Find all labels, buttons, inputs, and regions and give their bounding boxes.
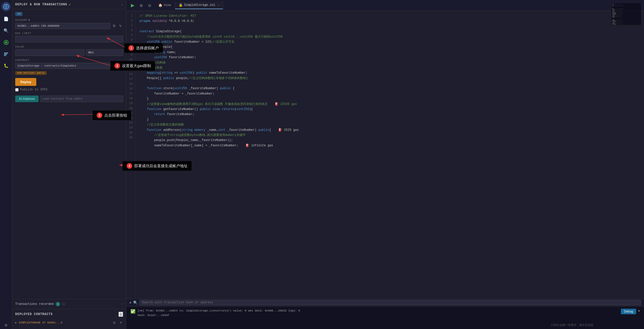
copy-contract-btn[interactable]: ⧉	[112, 320, 116, 325]
line-num: 3	[128, 23, 133, 28]
editor-toolbar: ▶ ⊕ ⊖ 🏠 Home 🔒 SimpleStorage.sol ✕	[126, 0, 644, 11]
deployed-section: Deployed Contracts 🗑 ▶ SIMPLESTORAGE AT …	[12, 309, 126, 329]
footer-credit: CSDN @微一世繁华，颠半世流琉	[551, 323, 593, 327]
transactions-arrow: ›	[121, 302, 123, 306]
code-line	[140, 81, 640, 86]
log-line2: hash: 0x2a7...c036f	[138, 313, 300, 318]
contract-instance-name: SIMPLESTORAGE AT 0XD91...3	[19, 321, 110, 324]
line-num: 8	[128, 48, 133, 52]
tab-home[interactable]: 🏠 Home	[155, 2, 175, 9]
deploy-button[interactable]: Deploy	[15, 78, 36, 86]
code-content[interactable]: // SPDX-License-Identifier: MITpragma so…	[135, 11, 644, 299]
thumbnail: ██ SPDX-License... ██ pragma solidity...…	[611, 3, 641, 25]
code-line: // SPDX-License-Identifier: MIT	[140, 13, 640, 19]
line-num: 4	[128, 28, 133, 33]
code-line: People[] public people;//定义结构体数组(存储多个结构体…	[140, 76, 640, 81]
search-input[interactable]	[140, 300, 641, 305]
code-line: nameToFavoriteNumber[_name] = _favoriteN…	[140, 143, 640, 148]
run-button[interactable]: ▶	[129, 2, 136, 9]
log-content: [vm] from: 0x5B3...eddC4 to: SimpleStora…	[138, 309, 300, 318]
remove-contract-btn[interactable]: ✕	[118, 320, 123, 325]
add-account-icon[interactable]: ℹ	[29, 19, 30, 22]
nav-icon-search[interactable]: 🔍	[2, 27, 10, 35]
line-num: 12	[128, 67, 133, 72]
terminal-expand-icon[interactable]: ▲	[129, 301, 131, 304]
expand-log-icon[interactable]: ▼	[638, 309, 640, 314]
code-line: function getFavoriteNumber() public view…	[140, 107, 640, 112]
sidebar-header: DEPLOY & RUN TRANSACTIONS ✔ ›	[12, 0, 126, 9]
line-num: 19	[128, 101, 133, 106]
value-row: 0 Wei Gwei Finney Ether	[15, 49, 123, 56]
info-icon[interactable]: ⓘ	[62, 302, 65, 306]
line-num: 9	[128, 53, 133, 57]
app-logo	[2, 2, 11, 11]
contract-chevron-icon[interactable]: ▶	[15, 321, 17, 324]
terminal-toolbar: ▲ 🔍	[126, 299, 644, 307]
arrow-icon: ›	[121, 3, 123, 7]
nav-icon-debug[interactable]: 🐛	[2, 62, 10, 70]
wei-select[interactable]: Wei Gwei Finney Ether	[86, 49, 123, 56]
clear-contracts-btn[interactable]: 🗑	[118, 312, 123, 317]
deployed-title: Deployed Contracts	[15, 312, 53, 316]
line-num: 2	[128, 18, 133, 23]
deployed-header: Deployed Contracts 🗑	[15, 312, 123, 317]
search-icon: 🔍	[133, 301, 138, 305]
file-icon: 🔒	[179, 3, 183, 7]
code-line: favoriteNumber = _favoriteNumber;	[140, 91, 640, 96]
line-num: 14	[128, 77, 133, 82]
tab-bar: 🏠 Home 🔒 SimpleStorage.sol ✕	[155, 2, 223, 9]
close-tab-icon[interactable]: ✕	[218, 4, 219, 7]
check-icon: ✔	[69, 3, 71, 7]
contract-select[interactable]: SimpleStorage - contracts/SimpleSto	[15, 63, 123, 69]
at-address-button[interactable]: At Address	[15, 96, 39, 102]
account-select[interactable]: 0x5B3...eddC4 (99.9999999	[15, 23, 110, 29]
gas-limit-input[interactable]: 3000000	[15, 36, 123, 42]
terminal-log: ✅ [vm] from: 0x5B3...eddC4 to: SimpleSto…	[126, 307, 644, 320]
line-num: 26	[128, 135, 133, 140]
line-num: 16	[128, 87, 133, 91]
nav-icon-transactions[interactable]	[2, 50, 10, 58]
edit-account-btn[interactable]: ✎	[118, 23, 123, 29]
line-num: 15	[128, 82, 133, 87]
account-row: 0x5B3...eddC4 (99.9999999 ⧉ ✎	[15, 23, 123, 29]
code-line	[140, 24, 640, 29]
line-num: 1	[128, 13, 133, 18]
line-num: 18	[128, 96, 133, 101]
load-address-input[interactable]	[40, 96, 123, 102]
line-num: 22	[128, 116, 133, 121]
publish-ipfs-checkbox[interactable]	[15, 88, 19, 91]
code-line: pragma solidity ^0.8.8 <0.9.0;	[140, 19, 640, 24]
icon-bar: 📄 🔍 🐛 ⚙	[0, 0, 12, 329]
line-num: 13	[128, 72, 133, 77]
home-tab-label: Home	[164, 4, 171, 7]
debug-button[interactable]: Debug	[621, 309, 636, 314]
svg-rect-5	[4, 55, 6, 56]
nav-icon-files[interactable]: 📄	[2, 15, 10, 23]
transactions-row[interactable]: Transactions recorded 1 ⓘ ›	[12, 299, 126, 309]
line-num: 10	[128, 57, 133, 62]
copy-account-btn[interactable]: ⧉	[112, 23, 116, 29]
code-line: people.push(People(_name,_favoriteNumber…	[140, 138, 640, 143]
code-line: //uint允许分配的空间只能以byte的速度增长 uint8 uint16..…	[140, 34, 640, 39]
line-num: 6	[128, 38, 133, 43]
nav-icon-settings[interactable]: ⚙	[2, 321, 10, 329]
code-line: contract SimpleStorage{	[140, 29, 640, 34]
publish-ipfs-row: Publish to IPFS	[15, 88, 123, 91]
file-tab-label: SimpleStorage.sol	[184, 3, 215, 7]
code-line: //这里由于string底层数bytes数组,因为需要使用memory关键字	[140, 133, 640, 138]
code-line: //定义映射	[140, 65, 640, 70]
nav-icon-deploy[interactable]	[2, 39, 10, 46]
zoom-out-btn[interactable]: ⊖	[146, 2, 153, 9]
svg-rect-3	[4, 53, 8, 53]
transactions-badge: 1	[56, 302, 60, 306]
tab-simplestorage[interactable]: 🔒 SimpleStorage.sol ✕	[175, 2, 223, 9]
value-label: VALUE	[15, 45, 123, 48]
value-input[interactable]: 0	[15, 49, 84, 56]
code-line: //定义添加数组元素的函数	[140, 122, 640, 127]
contract-label: CONTRACT	[15, 59, 123, 62]
code-line: function store(uint256 _favoriteNumber) …	[140, 86, 640, 91]
gas-limit-label: GAS LIMIT	[15, 32, 123, 35]
sidebar-title: DEPLOY & RUN TRANSACTIONS	[15, 3, 67, 6]
zoom-in-btn[interactable]: ⊕	[138, 2, 144, 9]
home-icon: 🏠	[158, 3, 162, 7]
